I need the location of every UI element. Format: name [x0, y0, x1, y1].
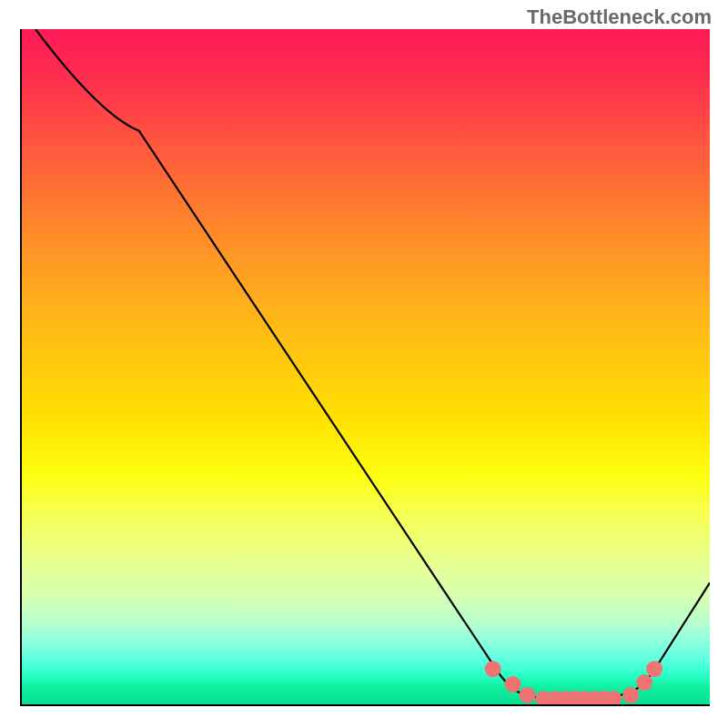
- curve-path: [35, 29, 710, 699]
- marker-dot: [520, 687, 536, 703]
- marker-group: [485, 661, 662, 704]
- chart-svg-layer: [22, 29, 710, 704]
- chart-plot-area: [20, 29, 710, 706]
- marker-dot: [622, 687, 639, 703]
- marker-dot: [485, 661, 501, 677]
- marker-dot: [646, 661, 662, 677]
- marker-dot: [505, 676, 521, 693]
- marker-dot: [636, 674, 652, 691]
- watermark-text: TheBottleneck.com: [527, 5, 712, 29]
